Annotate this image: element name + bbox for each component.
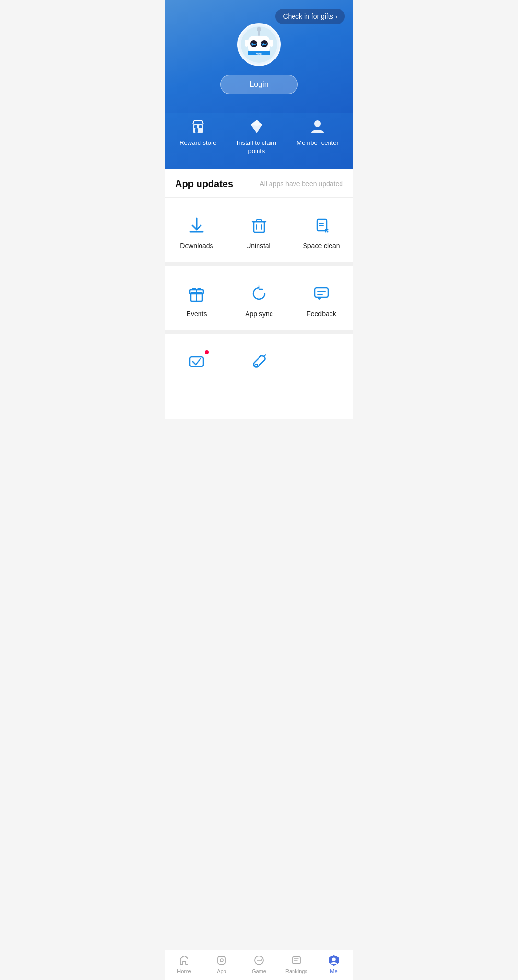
header-section: Check in for gifts › vivo [165,0,353,113]
notification-dot [205,350,209,354]
svg-point-35 [327,231,329,232]
avatar: vivo [237,23,281,66]
svg-point-43 [255,364,258,367]
quick-action-member-center[interactable]: Member center [296,118,338,155]
svg-point-34 [325,231,327,232]
tool-space-clean[interactable]: Space clean [290,205,353,258]
svg-point-9 [263,43,264,44]
robot-avatar-icon: vivo [240,25,278,64]
svg-rect-15 [195,128,198,133]
quick-action-install-label: Install to claim points [235,139,278,155]
diamond-icon [248,118,265,135]
svg-rect-16 [194,125,197,128]
tools-row-1: Downloads Uninstall [165,198,353,266]
svg-point-13 [257,27,261,32]
svg-rect-25 [257,219,261,222]
quick-action-member-label: Member center [296,139,338,146]
tool-downloads[interactable]: Downloads [165,205,228,258]
svg-text:vivo: vivo [256,52,262,55]
svg-rect-39 [315,288,328,297]
checkin-arrow: › [335,13,337,20]
tool-app-sync-label: App sync [245,310,273,318]
wrench-icon [248,351,270,372]
checkin-button[interactable]: Check in for gifts › [275,9,345,24]
quick-action-reward-store-label: Reward store [179,139,216,146]
checkin-label: Check in for gifts [283,12,333,20]
svg-rect-3 [270,40,273,47]
gift-icon [186,283,207,304]
svg-line-44 [263,355,266,356]
tools-row-2: Events App sync Feedback [165,266,353,334]
svg-point-7 [252,43,253,44]
tool-downloads-label: Downloads [180,242,213,249]
tool-uninstall[interactable]: Uninstall [228,205,290,258]
trash-icon [248,215,270,236]
svg-point-20 [314,120,321,127]
tool-feedback-label: Feedback [306,310,336,318]
quick-action-install-claim[interactable]: Install to claim points [235,118,278,155]
tool-uninstall-label: Uninstall [246,242,272,249]
app-updates-status: All apps have been updated [259,180,343,188]
svg-rect-2 [245,40,248,47]
svg-point-33 [327,229,329,230]
login-label: Login [249,80,268,88]
person-icon [309,118,326,135]
tool-feedback[interactable]: Feedback [290,273,353,326]
sync-icon [248,283,270,304]
quick-action-reward-store[interactable]: Reward store [179,118,216,155]
tool-space-clean-label: Space clean [303,242,340,249]
quick-actions-row: Reward store Install to claim points Mem… [165,113,353,169]
lower-section [165,334,353,419]
tool-events-label: Events [187,310,207,318]
tool-wrench[interactable] [228,342,290,381]
login-button[interactable]: Login [220,75,297,94]
tool-app-sync[interactable]: App sync [228,273,290,326]
tool-update-card[interactable] [165,342,228,381]
svg-rect-17 [199,125,202,128]
feedback-icon [311,283,332,304]
update-card-icon [186,351,207,372]
download-icon [186,215,207,236]
app-updates-title: App updates [175,178,233,189]
store-icon [189,118,207,135]
app-updates-section: App updates All apps have been updated [165,169,353,198]
svg-rect-42 [190,357,203,366]
svg-marker-19 [251,120,262,126]
clean-icon [311,215,332,236]
tool-events[interactable]: Events [165,273,228,326]
svg-point-32 [325,229,327,230]
